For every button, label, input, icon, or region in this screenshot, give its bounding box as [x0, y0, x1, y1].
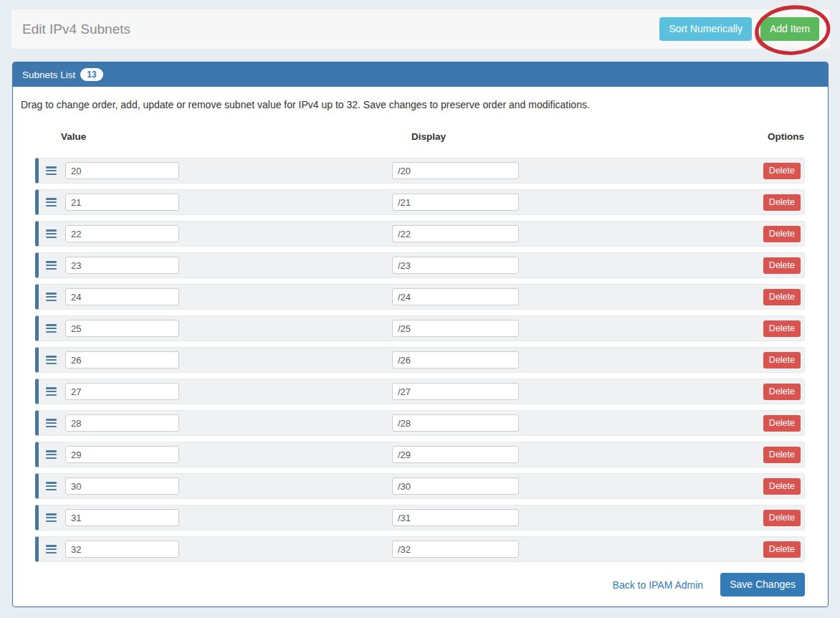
subnet-value-input[interactable]	[65, 351, 179, 369]
subnets-panel-heading: Subnets List 13	[13, 62, 828, 87]
subnet-row: Delete	[35, 158, 805, 184]
panel-description: Drag to change order, add, update or rem…	[21, 99, 590, 110]
panel-footer-actions: Back to IPAM Admin Save Changes	[613, 573, 805, 596]
subnet-value-input[interactable]	[65, 288, 179, 305]
subnet-display-input[interactable]	[392, 162, 519, 179]
save-changes-button[interactable]: Save Changes	[720, 573, 805, 596]
subnet-value-input[interactable]	[65, 162, 179, 179]
subnet-display-input[interactable]	[392, 509, 519, 526]
subnet-display-input[interactable]	[392, 446, 519, 463]
drag-handle-icon[interactable]	[46, 166, 57, 175]
subnet-display-input[interactable]	[392, 541, 519, 558]
subnet-value-input[interactable]	[65, 541, 179, 558]
subnet-row: Delete	[35, 347, 805, 373]
subnet-row: Delete	[35, 221, 805, 247]
subnet-display-input[interactable]	[392, 414, 519, 432]
subnet-row: Delete	[35, 252, 805, 278]
drag-handle-icon[interactable]	[46, 198, 57, 206]
column-header-options: Options	[768, 131, 804, 142]
subnet-value-input[interactable]	[65, 225, 179, 242]
column-headers: Value Display Options	[13, 131, 828, 143]
subnet-display-input[interactable]	[392, 257, 519, 274]
subnet-row: Delete	[35, 284, 805, 310]
subnet-display-input[interactable]	[392, 288, 519, 305]
panel-title: Subnets List	[22, 70, 75, 80]
drag-handle-icon[interactable]	[46, 482, 57, 490]
sort-numerically-button[interactable]: Sort Numerically	[659, 17, 752, 41]
delete-button[interactable]: Delete	[763, 320, 801, 337]
delete-button[interactable]: Delete	[763, 510, 801, 526]
subnet-row: Delete	[35, 536, 805, 562]
delete-button[interactable]: Delete	[763, 163, 801, 179]
drag-handle-icon[interactable]	[46, 513, 57, 522]
back-to-ipam-admin-link[interactable]: Back to IPAM Admin	[613, 579, 704, 591]
page-header-bar: Edit IPv4 Subnets Sort Numerically Add I…	[11, 9, 830, 49]
subnet-row: Delete	[35, 315, 805, 341]
subnet-value-input[interactable]	[65, 194, 179, 211]
drag-handle-icon[interactable]	[46, 419, 57, 427]
subnet-display-input[interactable]	[392, 320, 519, 337]
delete-button[interactable]: Delete	[763, 447, 801, 463]
header-buttons: Sort Numerically Add Item	[659, 17, 819, 41]
drag-handle-icon[interactable]	[46, 450, 57, 459]
subnet-rows: Delete Delete Delete Delete Delete Delet…	[35, 158, 805, 568]
delete-button[interactable]: Delete	[763, 289, 801, 305]
subnet-display-input[interactable]	[392, 351, 519, 369]
subnet-row: Delete	[35, 442, 805, 467]
delete-button[interactable]: Delete	[763, 541, 801, 558]
subnet-display-input[interactable]	[392, 225, 519, 242]
delete-button[interactable]: Delete	[763, 257, 801, 274]
delete-button[interactable]: Delete	[763, 415, 801, 432]
subnets-panel: Subnets List 13 Drag to change order, ad…	[12, 62, 829, 607]
subnet-row: Delete	[35, 379, 805, 404]
subnet-row: Delete	[35, 189, 805, 215]
add-item-button[interactable]: Add Item	[760, 17, 819, 41]
subnet-display-input[interactable]	[392, 194, 519, 211]
subnet-count-badge: 13	[80, 68, 102, 81]
subnet-display-input[interactable]	[392, 477, 519, 495]
subnet-value-input[interactable]	[65, 446, 179, 463]
delete-button[interactable]: Delete	[763, 384, 801, 400]
drag-handle-icon[interactable]	[46, 387, 57, 396]
delete-button[interactable]: Delete	[763, 352, 801, 369]
column-header-display: Display	[411, 131, 446, 142]
drag-handle-icon[interactable]	[46, 545, 57, 553]
subnet-row: Delete	[35, 473, 805, 499]
page-title: Edit IPv4 Subnets	[22, 22, 130, 37]
delete-button[interactable]: Delete	[763, 194, 801, 211]
drag-handle-icon[interactable]	[46, 356, 57, 364]
subnet-value-input[interactable]	[65, 414, 179, 432]
subnet-value-input[interactable]	[65, 320, 179, 337]
delete-button[interactable]: Delete	[763, 478, 801, 495]
subnet-row: Delete	[35, 505, 805, 531]
delete-button[interactable]: Delete	[763, 226, 801, 242]
subnet-display-input[interactable]	[392, 383, 519, 400]
subnet-value-input[interactable]	[65, 477, 179, 495]
drag-handle-icon[interactable]	[46, 229, 57, 238]
drag-handle-icon[interactable]	[46, 324, 57, 333]
subnet-row: Delete	[35, 410, 805, 436]
column-header-value: Value	[61, 131, 86, 142]
drag-handle-icon[interactable]	[46, 261, 57, 270]
subnets-panel-body: Drag to change order, add, update or rem…	[13, 87, 828, 607]
drag-handle-icon[interactable]	[46, 293, 57, 301]
subnet-value-input[interactable]	[65, 383, 179, 400]
subnet-value-input[interactable]	[65, 257, 179, 274]
subnet-value-input[interactable]	[65, 509, 179, 526]
